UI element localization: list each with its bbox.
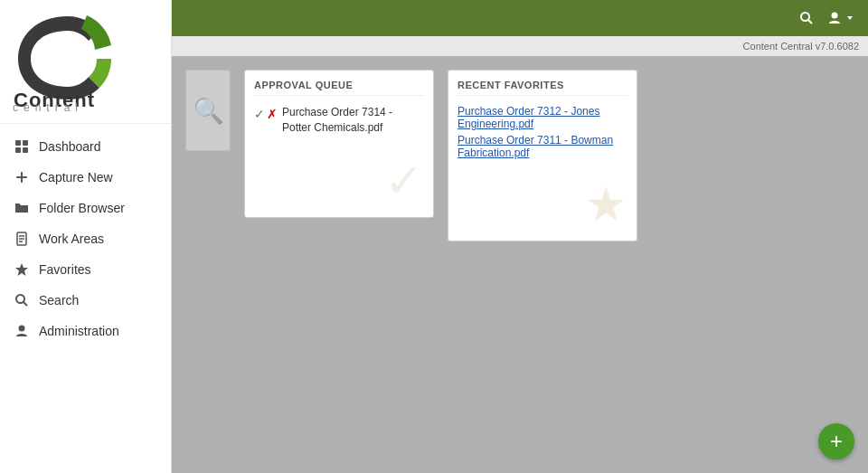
sidebar-item-folder-browser-label: Folder Browser xyxy=(39,201,125,215)
svg-point-17 xyxy=(832,13,838,19)
approval-queue-watermark: ✓ xyxy=(254,154,424,208)
watermark-star-icon: ★ xyxy=(585,177,627,232)
search-watermark-icon: 🔍 xyxy=(193,96,224,126)
favorites-item-1[interactable]: Purchase Order 7311 - Bowman Fabrication… xyxy=(458,134,627,159)
sidebar: Content central Dashboard Capture New Fo… xyxy=(0,0,172,473)
fab-add-button[interactable]: + xyxy=(818,423,854,459)
user-top-icon[interactable] xyxy=(827,11,854,25)
sidebar-item-work-areas-label: Work Areas xyxy=(39,232,104,246)
svg-point-14 xyxy=(19,326,25,332)
folder-icon xyxy=(14,200,30,216)
search-top-icon[interactable] xyxy=(799,11,814,25)
logo-subtitle: central xyxy=(13,101,83,114)
approval-queue-widget: APPROVAL QUEUE ✓ ✗ Purchase Order 7314 -… xyxy=(244,70,434,218)
search-icon xyxy=(14,292,30,308)
svg-line-13 xyxy=(24,302,27,306)
sidebar-item-administration[interactable]: Administration xyxy=(0,316,171,346)
content-area: 🔍 APPROVAL QUEUE ✓ ✗ Purchase Order 7314… xyxy=(172,56,868,473)
file-icon xyxy=(14,231,30,247)
svg-rect-1 xyxy=(15,140,21,146)
svg-rect-4 xyxy=(23,147,28,153)
sidebar-item-folder-browser[interactable]: Folder Browser xyxy=(0,193,171,223)
sidebar-item-favorites[interactable]: Favorites xyxy=(0,254,171,285)
sidebar-item-dashboard[interactable]: Dashboard xyxy=(0,131,171,162)
recent-favorites-widget: RECENT FAVORITES Purchase Order 7312 - J… xyxy=(448,70,637,241)
svg-marker-18 xyxy=(847,16,853,20)
plus-icon xyxy=(14,169,30,185)
nav-menu: Dashboard Capture New Folder Browser Wor… xyxy=(0,124,171,354)
sidebar-item-administration-label: Administration xyxy=(39,324,119,338)
top-bar xyxy=(172,0,868,36)
svg-point-12 xyxy=(16,295,24,303)
sidebar-item-capture-new-label: Capture New xyxy=(39,170,113,184)
sidebar-item-search[interactable]: Search xyxy=(0,285,171,316)
svg-point-15 xyxy=(801,13,809,21)
approval-item: ✓ ✗ Purchase Order 7314 - Potter Chemica… xyxy=(254,105,424,136)
recent-favorites-watermark: ★ xyxy=(458,177,627,232)
svg-line-16 xyxy=(808,20,812,24)
approve-check-icon[interactable]: ✓ xyxy=(254,106,265,124)
main-area: Content Central v7.0.6082 🔍 APPROVAL QUE… xyxy=(172,0,868,473)
left-panel: 🔍 xyxy=(185,70,231,151)
reject-x-icon[interactable]: ✗ xyxy=(267,106,278,124)
version-bar: Content Central v7.0.6082 xyxy=(172,36,868,56)
star-icon xyxy=(14,261,30,278)
svg-rect-6 xyxy=(16,176,27,178)
fab-plus-icon: + xyxy=(830,429,843,454)
version-text: Content Central v7.0.6082 xyxy=(743,41,859,52)
svg-marker-11 xyxy=(15,263,28,276)
approval-item-label[interactable]: Purchase Order 7314 - Potter Chemicals.p… xyxy=(282,105,424,136)
sidebar-item-search-label: Search xyxy=(39,293,79,307)
user-admin-icon xyxy=(14,323,30,339)
logo-image: Content xyxy=(9,9,127,109)
sidebar-item-capture-new[interactable]: Capture New xyxy=(0,162,171,193)
sidebar-item-work-areas[interactable]: Work Areas xyxy=(0,223,171,254)
approval-icons: ✓ ✗ xyxy=(254,106,278,124)
svg-rect-2 xyxy=(23,140,28,146)
sidebar-item-dashboard-label: Dashboard xyxy=(39,139,101,154)
recent-favorites-title: RECENT FAVORITES xyxy=(458,80,627,96)
dashboard-icon xyxy=(14,138,30,155)
watermark-check-icon: ✓ xyxy=(384,154,424,208)
approval-queue-title: APPROVAL QUEUE xyxy=(254,80,424,96)
sidebar-item-favorites-label: Favorites xyxy=(39,262,91,277)
logo-area: Content central xyxy=(0,0,171,124)
favorites-item-0[interactable]: Purchase Order 7312 - Jones Engineering.… xyxy=(458,105,627,130)
svg-rect-3 xyxy=(15,147,21,153)
